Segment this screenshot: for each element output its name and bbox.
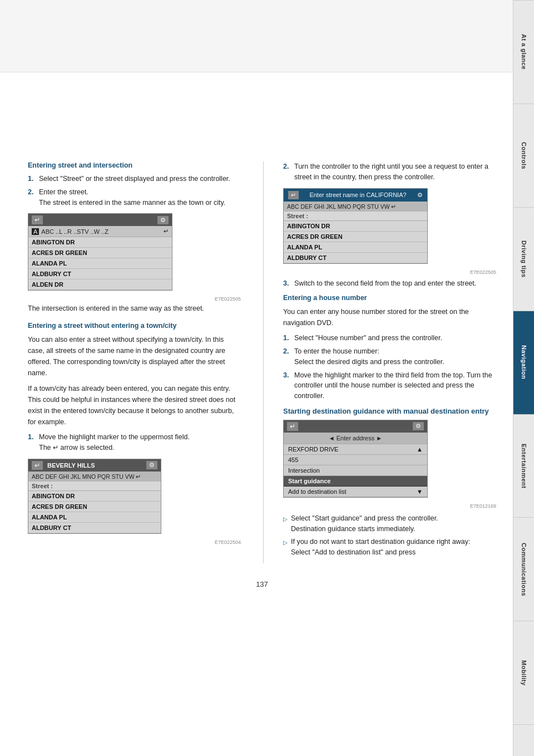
section-house-number: Entering a house number You can enter an…: [283, 294, 496, 401]
input-text-1: ABC ..L ..R ..STV ..W ..Z: [41, 228, 108, 235]
screen-label-2: E7E022504: [28, 539, 241, 545]
right-step-3: 3. Switch to the second field from the t…: [283, 278, 496, 289]
after-screen-text: The intersection is entered in the same …: [28, 303, 241, 314]
steps-list-2: 1. Move the highlight marker to the uppe…: [28, 432, 241, 453]
section-start-guidance: Starting destination guidance with manua…: [283, 407, 496, 558]
left-column: Entering street and intersection 1. Sele…: [28, 161, 244, 563]
section-heading-house: Entering a house number: [283, 294, 496, 302]
step-1-2: 2. Enter the street.The street is entere…: [28, 187, 241, 208]
nav-list-item-1-0: ABINGTON DR: [28, 237, 172, 248]
page-number: 137: [28, 580, 496, 588]
nav-screen-california: ↵ Enter street name in CALIFORNIA? ⚙ ABC…: [283, 188, 428, 264]
nav-guidance-1: 455: [284, 455, 427, 465]
guidance-bullets: ▷ Select "Start guidance" and press the …: [283, 513, 496, 558]
steps-list-1: 1. Select "Street" or the street display…: [28, 174, 241, 208]
tab-reference[interactable]: Reference: [513, 725, 534, 756]
settings-icon-2: ⚙: [146, 461, 157, 469]
right-column: 2. Turn the controller to the right unti…: [283, 161, 496, 563]
nav-list-item-1-1: ACRES DR GREEN: [28, 248, 172, 258]
nav-list-item-1-2: ALANDA PL: [28, 258, 172, 269]
nav-guidance-2: Intersection: [284, 465, 427, 476]
nav-list-label-ca: Street :: [284, 212, 427, 221]
section-heading-entering-street: Entering street and intersection: [28, 161, 241, 169]
nav-ca-0: ABINGTON DR: [284, 221, 427, 232]
nav-title-bar-2: ↵ BEVERLY HILLS ⚙: [28, 459, 161, 472]
tab-driving-tips[interactable]: Driving tips: [513, 208, 534, 311]
top-image-area: [0, 0, 534, 72]
right-steps-intro: 2. Turn the controller to the right unti…: [283, 161, 496, 183]
tab-mobility[interactable]: Mobility: [513, 621, 534, 725]
keyboard-text-2: ABC DEF GHI JKL MNO PQR STU VW ↵: [32, 473, 141, 480]
tab-at-a-glance[interactable]: At a glance: [513, 0, 534, 104]
settings-icon-ca: ⚙: [417, 192, 423, 199]
nav-enter-addr: ◄ Enter address ►: [284, 433, 427, 444]
keyboard-text-ca: ABC DEF GHI JKL MNO PQR STU VW ↵: [287, 203, 396, 210]
main-content: Entering street and intersection 1. Sele…: [0, 72, 513, 756]
nav-screen-guidance: ↵ ⚙ ◄ Enter address ► REXFORD DRIVE ▲ 45…: [283, 420, 428, 498]
nav-list-2-1: ACRES DR GREEN: [28, 502, 161, 512]
screen-label-1: E7E022505: [28, 296, 241, 302]
nav-screen-1: ↵ ⚙ A ABC ..L ..R ..STV ..W ..Z ↵ ABINGT…: [28, 213, 172, 291]
nav-title-guidance: ↵ ⚙: [284, 420, 427, 433]
nav-input-row-1: A ABC ..L ..R ..STV ..W ..Z ↵: [28, 226, 172, 237]
triangle-icon-2: ▷: [283, 538, 288, 558]
body-text-no-town-2: If a town/city has already been entered,…: [28, 383, 241, 428]
nav-ca-2: ALANDA PL: [284, 242, 427, 253]
section-entering-street: Entering street and intersection 1. Sele…: [28, 161, 241, 314]
nav-list-item-1-3: ALDBURY CT: [28, 269, 172, 279]
right-step-3-list: 3. Switch to the second field from the t…: [283, 278, 496, 289]
nav-title-bar-1: ↵ ⚙: [28, 214, 172, 226]
back-arrow-ca-icon: ↵: [288, 191, 299, 199]
nav-ca-3: ALDBURY CT: [284, 253, 427, 263]
nav-list-2-0: ABINGTON DR: [28, 491, 161, 502]
section-heading-guidance: Starting destination guidance with manua…: [283, 407, 496, 415]
nav-guidance-0: REXFORD DRIVE ▲: [284, 444, 427, 455]
screen-label-guidance: E7E012169: [283, 503, 496, 509]
body-text-no-town-1: You can also enter a street without spec…: [28, 334, 241, 379]
guidance-bullet-2: ▷ If you do not want to start destinatio…: [283, 537, 496, 558]
back-arrow-icon: ↵: [32, 215, 43, 224]
tab-communications[interactable]: Communications: [513, 518, 534, 621]
right-step-2: 2. Turn the controller to the right unti…: [283, 161, 496, 183]
tab-navigation[interactable]: Navigation: [513, 311, 534, 415]
nav-title-blue: ↵ Enter street name in CALIFORNIA? ⚙: [284, 189, 427, 202]
tab-controls[interactable]: Controls: [513, 104, 534, 208]
guidance-bullet-1: ▷ Select "Start guidance" and press the …: [283, 513, 496, 534]
enter-key-1: ↵: [164, 228, 169, 235]
nav-list-item-1-4: ALDEN DR: [28, 279, 172, 290]
triangle-icon-1: ▷: [283, 515, 288, 534]
column-divider: [263, 161, 264, 563]
california-title: Enter street name in CALIFORNIA?: [309, 192, 406, 198]
tab-bar: At a glance Controls Driving tips Naviga…: [513, 0, 534, 756]
settings-icon-guidance: ⚙: [413, 422, 424, 430]
nav-keyboard-ca: ABC DEF GHI JKL MNO PQR STU VW ↵: [284, 202, 427, 212]
section-street-no-town: Entering a street without entering a tow…: [28, 322, 241, 545]
screen-label-ca: E7E022505: [283, 269, 496, 275]
cursor-box: A: [32, 228, 39, 235]
house-intro: You can enter any house number stored fo…: [283, 306, 496, 328]
nav-list-2-2: ALANDA PL: [28, 512, 161, 523]
section-heading-no-town: Entering a street without entering a tow…: [28, 322, 241, 330]
step-2-1: 1. Move the highlight marker to the uppe…: [28, 432, 241, 453]
nav-keyboard-2: ABC DEF GHI JKL MNO PQR STU VW ↵: [28, 472, 161, 482]
house-steps: 1. Select "House number" and press the c…: [283, 333, 496, 401]
back-arrow-guidance-icon: ↵: [287, 422, 298, 431]
step-1-1: 1. Select "Street" or the street display…: [28, 174, 241, 184]
nav-list-2-3: ALDBURY CT: [28, 523, 161, 533]
settings-icon: ⚙: [157, 216, 169, 224]
tab-entertainment[interactable]: Entertainment: [513, 415, 534, 518]
back-arrow-2-icon: ↵: [32, 461, 43, 470]
nav-ca-1: ACRES DR GREEN: [284, 232, 427, 242]
house-step-3: 3. Move the highlight marker to the thir…: [283, 370, 496, 401]
nav-screen-2: ↵ BEVERLY HILLS ⚙ ABC DEF GHI JKL MNO PQ…: [28, 459, 161, 534]
nav-screen-2-title: BEVERLY HILLS: [47, 462, 95, 469]
house-step-2: 2. To enter the house number:Select the …: [283, 346, 496, 367]
house-step-1: 1. Select "House number" and press the c…: [283, 333, 496, 343]
nav-guidance-3: Start guidance: [284, 476, 427, 487]
nav-list-label-2: Street :: [28, 482, 161, 491]
nav-guidance-4: Add to destination list ▼: [284, 487, 427, 497]
